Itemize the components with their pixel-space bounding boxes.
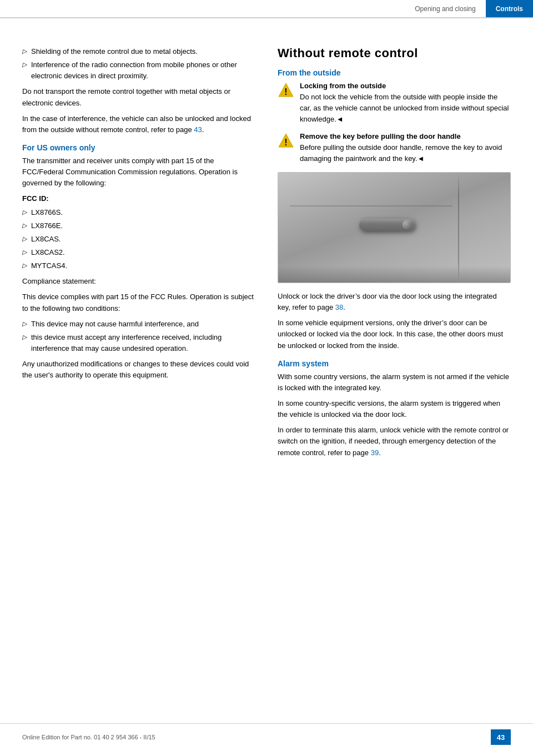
page-link-38[interactable]: 38 xyxy=(335,303,343,311)
left-column: ▷ Shielding of the remote control due to… xyxy=(22,46,255,463)
tab-controls[interactable]: Controls xyxy=(486,0,533,17)
fcc-bullet-lx8cas: ▷ LX8CAS. xyxy=(22,234,255,245)
page-footer: Online Edition for Part no. 01 40 2 954 … xyxy=(0,723,533,745)
for-us-para: The transmitter and receiver units compl… xyxy=(22,155,255,189)
svg-text:!: ! xyxy=(284,138,287,147)
bullet-arrow-fcc3: ▷ xyxy=(22,234,27,244)
warning-box-key: ! Remove the key before pulling the door… xyxy=(278,131,511,164)
for-us-title: For US owners only xyxy=(22,143,255,152)
car-door-image-inner xyxy=(278,173,510,283)
warning-body-locking: Do not lock the vehicle from the outside… xyxy=(300,92,511,125)
compliance-para: This device complies with part 15 of the… xyxy=(22,291,255,314)
bullet-item-shielding: ▷ Shielding of the remote control due to… xyxy=(22,46,255,57)
from-outside-title: From the outside xyxy=(278,68,511,77)
right-column: Without remote control From the outside … xyxy=(278,46,511,463)
car-door-image xyxy=(278,172,511,283)
alarm-para3: In order to terminate this alarm, unlock… xyxy=(278,425,511,458)
intro-bullet-list: ▷ Shielding of the remote control due to… xyxy=(22,46,255,82)
bullet-arrow-comp2: ▷ xyxy=(22,332,27,342)
warning-icon-1: ! xyxy=(278,82,294,98)
bullet-arrow-fcc2: ▷ xyxy=(22,221,27,230)
fcc-bullet-lx8766s: ▷ LX8766S. xyxy=(22,207,255,218)
para-transport: Do not transport the remote control toge… xyxy=(22,86,255,108)
fcc-id-label: FCC ID: xyxy=(22,193,255,204)
fcc-bullet-list: ▷ LX8766S. ▷ LX8766E. ▷ LX8CAS. ▷ LX8CAS… xyxy=(22,207,255,272)
section-title-without-remote: Without remote control xyxy=(278,46,511,61)
tab-opening-closing[interactable]: Opening and closing xyxy=(405,0,485,17)
page-link-39[interactable]: 39 xyxy=(371,448,379,457)
footer-text: Online Edition for Part no. 01 40 2 954 … xyxy=(22,734,155,740)
main-content: ▷ Shielding of the remote control due to… xyxy=(0,29,533,496)
header-tabs: Opening and closing Controls xyxy=(405,0,533,17)
bullet-item-interference: ▷ Interference of the radio connection f… xyxy=(22,59,255,82)
page-number: 43 xyxy=(491,729,511,745)
top-divider xyxy=(0,18,533,18)
warning-body-key: Before pulling the outside door handle, … xyxy=(300,142,511,164)
svg-text:!: ! xyxy=(284,87,287,97)
page-link-43[interactable]: 43 xyxy=(194,125,202,134)
alarm-para2: In some country-specific versions, the a… xyxy=(278,398,511,420)
bullet-arrow-comp1: ▷ xyxy=(22,319,27,329)
compliance-bullet-list: ▷ This device may not cause harmful inte… xyxy=(22,319,255,354)
warning-icon-2: ! xyxy=(278,132,294,149)
alarm-title: Alarm system xyxy=(278,359,511,368)
bullet-arrow-fcc5: ▷ xyxy=(22,261,27,270)
fcc-bullet-lx8cas2: ▷ LX8CAS2. xyxy=(22,247,255,258)
bullet-arrow-fcc1: ▷ xyxy=(22,208,27,217)
warning-title-key: Remove the key before pulling the door h… xyxy=(300,131,511,142)
bullet-arrow-fcc4: ▷ xyxy=(22,248,27,257)
bullet-arrow-2: ▷ xyxy=(22,60,27,69)
alarm-para1: With some country versions, the alarm sy… xyxy=(278,371,511,394)
bullet-arrow-1: ▷ xyxy=(22,47,27,56)
compliance-bullet-1: ▷ This device may not cause harmful inte… xyxy=(22,319,255,330)
para-versions: In some vehicle equipment versions, only… xyxy=(278,317,511,351)
para-unlock-door: Unlock or lock the driver’s door via the… xyxy=(278,291,511,313)
compliance-bullet-2: ▷ this device must accept any interferen… xyxy=(22,332,255,354)
warning-text-key: Remove the key before pulling the door h… xyxy=(300,131,511,164)
compliance-label: Compliance statement: xyxy=(22,276,255,287)
page-header: Opening and closing Controls xyxy=(0,0,533,18)
fcc-bullet-lx8766e: ▷ LX8766E. xyxy=(22,220,255,231)
warning-title-locking: Locking from the outside xyxy=(300,80,511,92)
warning-box-locking: ! Locking from the outside Do not lock t… xyxy=(278,80,511,125)
para-interference: In the case of interference, the vehicle… xyxy=(22,113,255,135)
closing-para: Any unauthorized modifications or change… xyxy=(22,359,255,381)
fcc-bullet-mytcas4: ▷ MYTCAS4. xyxy=(22,260,255,271)
warning-text-locking: Locking from the outside Do not lock the… xyxy=(300,80,511,125)
